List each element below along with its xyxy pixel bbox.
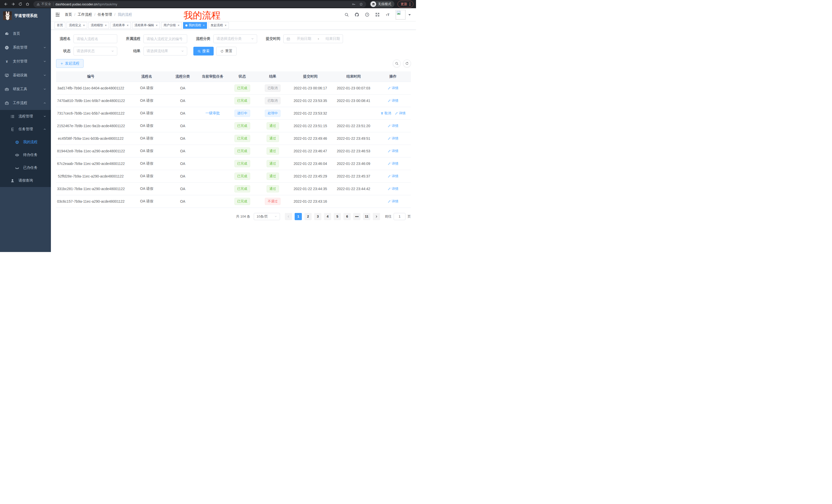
- close-tab-icon[interactable]: ×: [156, 24, 158, 27]
- pencil-icon: [388, 87, 391, 90]
- page-button-6[interactable]: 6: [343, 213, 351, 220]
- monitor-icon: [5, 73, 9, 78]
- next-page-button[interactable]: [373, 213, 380, 220]
- page-button-2[interactable]: 2: [305, 213, 312, 220]
- sidebar-item-任务管理[interactable]: 任务管理: [0, 123, 51, 136]
- detail-action-link[interactable]: 详情: [388, 136, 398, 141]
- sidebar-item-研发工具[interactable]: 研发工具: [0, 82, 51, 96]
- prev-page-button[interactable]: [285, 213, 292, 220]
- process-name-input[interactable]: [74, 34, 117, 43]
- breadcrumb-item[interactable]: 工作流程: [78, 12, 92, 17]
- breadcrumb-item[interactable]: 任务管理: [98, 12, 112, 17]
- browser-menu-icon[interactable]: [410, 3, 410, 6]
- bookmark-star-icon[interactable]: [359, 2, 363, 6]
- tab-流程表单[interactable]: 流程表单×: [110, 22, 131, 29]
- detail-action-link[interactable]: 详情: [388, 199, 398, 204]
- process-category-select[interactable]: 请选择流程分类: [213, 34, 257, 43]
- tab-用户分组[interactable]: 用户分组×: [161, 22, 182, 29]
- browser-forward-button[interactable]: [10, 1, 17, 7]
- search-icon[interactable]: [344, 12, 349, 17]
- app-logo[interactable]: 芋道管理系统: [0, 8, 51, 23]
- detail-action-link[interactable]: 详情: [388, 174, 398, 178]
- toggle-search-button[interactable]: [393, 60, 400, 67]
- help-icon[interactable]: ?: [365, 12, 369, 17]
- page-button-4[interactable]: 4: [324, 213, 331, 220]
- submit-time-range-picker[interactable]: 开始日期 - 结束日期: [283, 34, 343, 43]
- github-icon[interactable]: [355, 12, 359, 17]
- start-process-button[interactable]: 发起流程: [56, 59, 83, 68]
- cell-result: 通过: [257, 119, 289, 132]
- sidebar-collapse-icon[interactable]: [55, 12, 60, 17]
- cell-process-name: OA 请假: [126, 145, 168, 157]
- detail-action-link[interactable]: 详情: [388, 149, 398, 153]
- sidebar-item-系统管理[interactable]: 系统管理: [0, 40, 51, 54]
- page-button-3[interactable]: 3: [314, 213, 321, 220]
- detail-action-link[interactable]: 详情: [388, 99, 398, 103]
- fullscreen-icon[interactable]: [375, 12, 380, 17]
- result-select[interactable]: 请选择流结果: [144, 47, 187, 55]
- cell-id: 03c6c157-7b9a-11ec-a290-acde48001122: [56, 195, 126, 207]
- table-row: 52ffd28e-7b9a-11ec-a290-acde48001122OA 请…: [56, 170, 411, 183]
- page-size-select[interactable]: 10条/页: [254, 213, 280, 220]
- tab-流程定义[interactable]: 流程定义×: [67, 22, 87, 29]
- reset-button[interactable]: 重置: [216, 47, 237, 55]
- close-tab-icon[interactable]: ×: [127, 24, 129, 27]
- current-task-link[interactable]: 一级审批: [205, 111, 220, 115]
- close-tab-icon[interactable]: ×: [203, 24, 205, 27]
- sidebar-item-我的流程[interactable]: 我的流程: [0, 136, 51, 148]
- cell-actions: 详情: [375, 132, 411, 145]
- avatar[interactable]: [396, 10, 406, 20]
- close-tab-icon[interactable]: ×: [178, 24, 179, 27]
- page-button-1[interactable]: 1: [295, 213, 302, 220]
- cell-end-time: 2022-01-22 23:44:42: [332, 183, 375, 195]
- status-badge: 已完成: [234, 85, 250, 92]
- browser-update-button[interactable]: 更新: [397, 1, 413, 7]
- key-icon[interactable]: [352, 2, 356, 6]
- pagination-total: 共 104 条: [236, 214, 250, 219]
- sidebar-item-流程管理[interactable]: 流程管理: [0, 110, 51, 123]
- tab-流程表单-编辑[interactable]: 流程表单-编辑×: [132, 22, 160, 29]
- tab-发起流程[interactable]: 发起流程×: [208, 22, 229, 29]
- user-menu[interactable]: [396, 10, 412, 20]
- search-button[interactable]: 搜索: [193, 47, 214, 55]
- cancel-action-link[interactable]: 取消: [381, 111, 391, 116]
- sidebar-item-请假查询[interactable]: 请假查询: [0, 174, 51, 187]
- tab-首页[interactable]: 首页: [54, 22, 65, 29]
- status-select[interactable]: 请选择状态: [74, 47, 117, 55]
- detail-action-link[interactable]: 详情: [388, 161, 398, 166]
- close-tab-icon[interactable]: ×: [225, 24, 227, 27]
- detail-action-link[interactable]: 详情: [395, 111, 406, 116]
- sidebar-item-首页[interactable]: 首页: [0, 27, 51, 40]
- detail-action-link[interactable]: 详情: [388, 86, 398, 90]
- gear-icon: [5, 46, 9, 50]
- sidebar-item-待办任务[interactable]: 待办任务: [0, 148, 51, 161]
- tab-label: 流程表单: [113, 23, 125, 27]
- browser-back-button[interactable]: [3, 1, 9, 7]
- result-badge: 通过: [267, 147, 279, 155]
- sidebar-item-支付管理[interactable]: ¥支付管理: [0, 54, 51, 68]
- goto-page-input[interactable]: [394, 213, 406, 220]
- breadcrumb-item[interactable]: 首页: [65, 12, 72, 17]
- page-button-5[interactable]: 5: [334, 213, 341, 220]
- browser-home-button[interactable]: [24, 1, 31, 7]
- page-button-11[interactable]: 11: [363, 213, 370, 220]
- tree-icon: [10, 127, 15, 132]
- sidebar-item-基础设施[interactable]: 基础设施: [0, 68, 51, 82]
- tab-流程模型[interactable]: 流程模型×: [88, 22, 109, 29]
- detail-action-link[interactable]: 详情: [388, 187, 398, 191]
- security-indicator[interactable]: 不安全: [36, 2, 51, 6]
- more-pages-button[interactable]: •••: [353, 213, 361, 220]
- browser-reload-button[interactable]: [17, 1, 24, 7]
- page-url: dashboard.yudao.iocoder.cn/bpm/task/my: [55, 2, 118, 6]
- process-definition-input[interactable]: [144, 34, 187, 43]
- sidebar-item-工作流程[interactable]: 工作流程: [0, 96, 51, 110]
- address-bar[interactable]: 不安全 dashboard.yudao.iocoder.cn/bpm/task/…: [33, 1, 366, 7]
- cell-category: OA: [168, 170, 198, 183]
- close-tab-icon[interactable]: ×: [83, 24, 85, 27]
- tab-我的流程[interactable]: 我的流程×: [183, 22, 207, 29]
- sidebar-item-已办任务[interactable]: 已办任务: [0, 161, 51, 174]
- detail-action-link[interactable]: 详情: [388, 123, 398, 128]
- refresh-table-button[interactable]: [403, 60, 411, 67]
- close-tab-icon[interactable]: ×: [105, 24, 107, 27]
- font-size-icon[interactable]: TT: [385, 12, 390, 17]
